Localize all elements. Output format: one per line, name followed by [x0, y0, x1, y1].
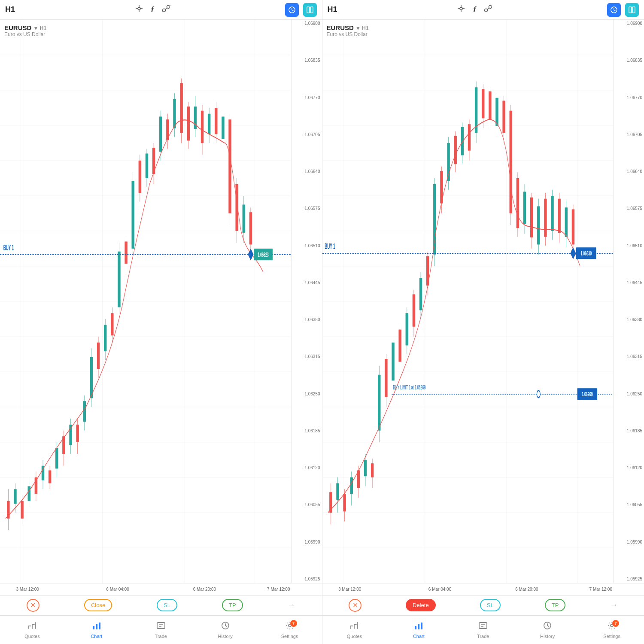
svg-rect-227 — [157, 623, 165, 629]
svg-rect-193 — [509, 111, 512, 213]
svg-rect-61 — [104, 325, 106, 352]
svg-rect-189 — [495, 98, 498, 126]
right-toolbar-right — [607, 3, 639, 17]
left-arrow-btn[interactable]: → — [288, 601, 295, 610]
left-toolbar-icons: f — [27, 4, 278, 15]
svg-rect-157 — [385, 359, 387, 397]
svg-rect-81 — [173, 99, 176, 128]
right-bottom-bar: ✕ Delete SL TP → — [322, 595, 644, 615]
svg-rect-205 — [551, 196, 553, 231]
svg-rect-37 — [21, 501, 23, 519]
right-nav-history[interactable]: History — [515, 616, 580, 644]
indicator-icon[interactable] — [161, 4, 171, 15]
svg-rect-143 — [336, 483, 339, 500]
left-nav-chart[interactable]: Chart — [64, 616, 129, 644]
right-delete-btn[interactable]: Delete — [406, 599, 436, 611]
chart-icon — [92, 621, 101, 632]
right-trade-icon — [478, 621, 488, 632]
svg-point-115 — [485, 9, 488, 12]
right-price-axis: 1.06900 1.06835 1.06770 1.06705 1.06640 … — [613, 20, 644, 583]
svg-rect-232 — [415, 626, 416, 629]
svg-rect-167 — [419, 278, 422, 310]
left-symbol: EURUSD ▼ H1 — [4, 24, 46, 31]
right-nav-trade[interactable]: Trade — [451, 616, 515, 644]
svg-rect-207 — [558, 199, 560, 233]
crosshair-icon[interactable] — [135, 4, 143, 15]
left-split-btn[interactable] — [303, 3, 317, 17]
svg-text:BUY 1: BUY 1 — [3, 243, 14, 252]
svg-rect-171 — [433, 184, 436, 255]
left-settings-label: Settings — [281, 634, 298, 639]
svg-rect-181 — [468, 124, 470, 151]
right-split-btn[interactable] — [625, 3, 639, 17]
right-crosshair-icon[interactable] — [457, 4, 465, 15]
left-trade-label: Trade — [155, 634, 167, 639]
left-tp-btn[interactable]: TP — [222, 599, 243, 611]
svg-rect-93 — [215, 108, 217, 134]
svg-rect-163 — [405, 313, 408, 345]
right-realtime-btn[interactable] — [607, 3, 621, 17]
global-nav: Quotes Chart Trade — [0, 615, 644, 644]
svg-rect-119 — [629, 7, 632, 13]
svg-rect-57 — [90, 357, 93, 398]
right-symbol-desc: Euro vs US Dollar — [327, 31, 369, 37]
svg-rect-224 — [93, 626, 94, 629]
left-close-btn[interactable]: Close — [84, 599, 112, 611]
right-nav-quotes[interactable]: Quotes — [322, 616, 387, 644]
left-nav-panel: Quotes Chart Trade — [0, 616, 322, 644]
left-toolbar-right — [285, 3, 317, 17]
right-toolbar: H1 f — [322, 0, 644, 20]
svg-text:1.06623: 1.06623 — [258, 251, 269, 258]
svg-rect-103 — [249, 212, 252, 244]
left-realtime-btn[interactable] — [285, 3, 299, 17]
right-indicator-icon[interactable] — [483, 4, 493, 15]
svg-rect-209 — [565, 207, 567, 237]
left-sl-btn[interactable]: SL — [157, 599, 177, 611]
svg-rect-69 — [131, 181, 134, 249]
right-arrow-btn[interactable]: → — [610, 601, 617, 610]
svg-rect-55 — [83, 401, 86, 422]
left-close-x-btn[interactable]: ✕ — [27, 599, 39, 612]
svg-rect-65 — [118, 252, 120, 307]
right-tp-btn[interactable]: TP — [545, 599, 566, 611]
left-nav-history[interactable]: History — [193, 616, 258, 644]
right-nav-chart[interactable]: Chart — [386, 616, 451, 644]
left-nav-trade[interactable]: Trade — [129, 616, 193, 644]
right-sl-btn[interactable]: SL — [480, 599, 501, 611]
svg-text:1.06269: 1.06269 — [582, 390, 593, 398]
svg-rect-159 — [392, 343, 394, 381]
svg-rect-195 — [516, 178, 519, 228]
svg-rect-120 — [632, 7, 635, 13]
svg-rect-59 — [97, 343, 100, 369]
left-nav-settings[interactable]: 7 Settings — [258, 616, 322, 644]
svg-rect-73 — [146, 154, 148, 178]
right-nav-settings[interactable]: 7 Settings — [580, 616, 644, 644]
svg-rect-197 — [523, 191, 526, 224]
right-settings-badge: 7 — [612, 620, 619, 627]
svg-text:1.06630: 1.06630 — [580, 249, 592, 257]
svg-rect-161 — [398, 330, 401, 362]
svg-rect-63 — [111, 313, 113, 335]
trade-icon — [156, 621, 166, 632]
svg-text:BUY 1: BUY 1 — [325, 242, 335, 251]
right-close-x-btn[interactable]: ✕ — [349, 599, 361, 612]
left-nav-quotes[interactable]: Quotes — [0, 616, 64, 644]
right-chart-nav-label: Chart — [413, 634, 425, 639]
svg-rect-153 — [371, 463, 373, 477]
svg-rect-211 — [571, 209, 574, 244]
history-icon — [221, 621, 230, 632]
function-icon[interactable]: f — [151, 5, 154, 14]
right-chart-info: EURUSD ▼ H1 Euro vs US Dollar — [327, 24, 369, 37]
left-chart-label: Chart — [91, 634, 102, 639]
right-history-icon — [543, 621, 552, 632]
left-chart-panel: H1 f — [0, 0, 322, 615]
svg-rect-199 — [530, 197, 532, 237]
left-settings-badge: 7 — [290, 620, 297, 627]
svg-rect-225 — [96, 624, 97, 629]
svg-rect-35 — [14, 489, 16, 504]
svg-rect-203 — [544, 199, 547, 237]
right-function-icon[interactable]: f — [473, 5, 476, 14]
left-price-axis: 1.06900 1.06835 1.06770 1.06705 1.06640 … — [291, 20, 322, 583]
right-settings-icon: 7 — [607, 621, 617, 632]
left-toolbar: H1 f — [0, 0, 322, 20]
